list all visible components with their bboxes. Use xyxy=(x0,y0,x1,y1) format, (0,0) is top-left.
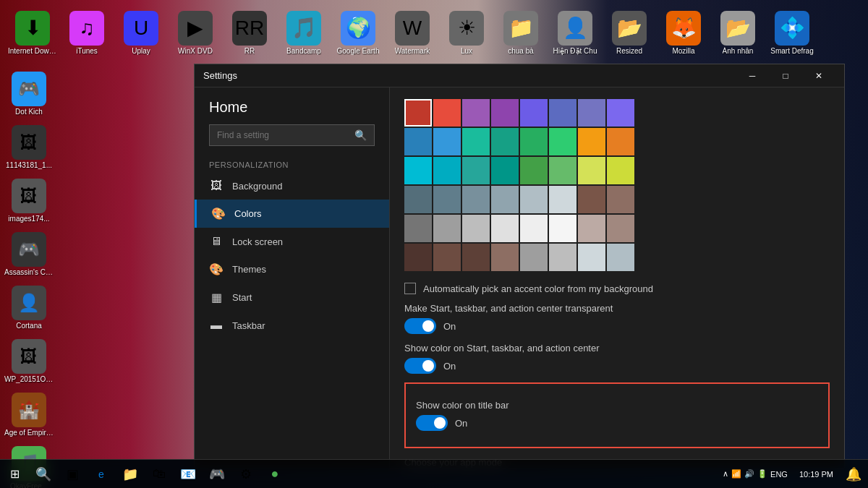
color-swatch-4-3[interactable] xyxy=(491,215,519,242)
color-swatch-5-4[interactable] xyxy=(520,244,548,271)
color-swatch-1-5[interactable] xyxy=(549,128,576,155)
show-color-taskbar-toggle[interactable] xyxy=(404,358,436,374)
desktop-icon-dot-kich[interactable]: 🎮Dot Kich xyxy=(4,69,54,119)
color-swatch-0-5[interactable] xyxy=(549,99,576,127)
search-input[interactable] xyxy=(217,130,349,140)
tray-network[interactable]: 📶 xyxy=(731,469,741,479)
sidebar-home-label[interactable]: Home xyxy=(209,99,375,116)
color-swatch-5-2[interactable] xyxy=(462,244,490,271)
desktop-icon-mozilla[interactable]: 🦊Mozilla xyxy=(658,8,709,58)
taskbar-notification[interactable]: 🔔 xyxy=(839,460,868,489)
taskbar-chrome[interactable]: ● xyxy=(260,460,289,489)
taskbar-clock[interactable]: 10:19 PM xyxy=(793,470,839,479)
color-swatch-1-7[interactable] xyxy=(607,128,634,155)
color-swatch-3-3[interactable] xyxy=(491,186,519,213)
taskbar-edge[interactable]: e xyxy=(87,460,116,489)
color-swatch-0-6[interactable] xyxy=(578,99,605,127)
color-swatch-3-2[interactable] xyxy=(462,186,490,213)
desktop-icon-anh-nhan[interactable]: 📂Ánh nhân xyxy=(712,8,763,58)
color-swatch-1-3[interactable] xyxy=(491,128,519,155)
color-swatch-5-5[interactable] xyxy=(549,244,576,271)
auto-pick-row[interactable]: Automatically pick an accent color from … xyxy=(404,283,830,294)
color-swatch-2-7[interactable] xyxy=(607,157,634,184)
search-box[interactable]: 🔍 xyxy=(209,124,375,146)
sidebar-item-colors[interactable]: 🎨 Colors xyxy=(195,200,389,228)
taskbar-search-icon[interactable]: 🔍 xyxy=(29,460,58,489)
color-swatch-4-4[interactable] xyxy=(520,215,548,242)
desktop-icon-cortana[interactable]: 👤Cortana xyxy=(4,283,54,333)
color-swatch-0-1[interactable] xyxy=(433,99,461,127)
auto-pick-checkbox[interactable] xyxy=(404,283,416,294)
tray-up-arrow[interactable]: ∧ xyxy=(723,469,728,479)
maximize-button[interactable]: □ xyxy=(769,64,802,87)
color-swatch-3-4[interactable] xyxy=(520,186,548,213)
color-swatch-5-7[interactable] xyxy=(607,244,634,271)
desktop-icon-resized[interactable]: 📂Resized xyxy=(604,8,655,58)
color-swatch-4-1[interactable] xyxy=(433,215,461,242)
color-swatch-2-6[interactable] xyxy=(578,157,605,184)
taskbar-store[interactable]: 🛍 xyxy=(145,460,174,489)
color-swatch-5-0[interactable] xyxy=(404,244,432,271)
desktop-icon-images[interactable]: 🖼images174... xyxy=(4,176,54,226)
taskbar-folder[interactable]: 📁 xyxy=(116,460,145,489)
desktop-icon-itunes[interactable]: ♫iTunes xyxy=(61,8,112,58)
desktop-icon-winx-dvd[interactable]: ▶WinX DVD xyxy=(170,8,221,58)
color-swatch-0-7[interactable] xyxy=(607,99,634,127)
color-swatch-2-3[interactable] xyxy=(491,157,519,184)
color-swatch-1-2[interactable] xyxy=(462,128,490,155)
color-swatch-3-6[interactable] xyxy=(578,186,605,213)
color-swatch-2-2[interactable] xyxy=(462,157,490,184)
color-swatch-3-0[interactable] xyxy=(404,186,432,213)
color-swatch-3-7[interactable] xyxy=(607,186,634,213)
start-button[interactable]: ⊞ xyxy=(0,460,29,489)
color-swatch-4-2[interactable] xyxy=(462,215,490,242)
taskbar-task-view[interactable]: ▣ xyxy=(58,460,87,489)
color-swatch-5-3[interactable] xyxy=(491,244,519,271)
tray-lang[interactable]: ENG xyxy=(770,470,788,479)
tray-volume[interactable]: 🔊 xyxy=(744,469,754,479)
color-swatch-1-0[interactable] xyxy=(404,128,432,155)
taskbar-cortana[interactable]: 🎮 xyxy=(203,460,231,489)
desktop-icon-internet-download[interactable]: ⬇Internet Downlo... xyxy=(7,8,58,58)
close-button[interactable]: ✕ xyxy=(802,64,835,87)
color-swatch-4-0[interactable] xyxy=(404,215,432,242)
color-swatch-5-1[interactable] xyxy=(433,244,461,271)
color-swatch-0-4[interactable] xyxy=(520,99,548,127)
color-swatch-2-1[interactable] xyxy=(433,157,461,184)
color-swatch-1-4[interactable] xyxy=(520,128,548,155)
color-swatch-4-6[interactable] xyxy=(578,215,605,242)
minimize-button[interactable]: ─ xyxy=(736,64,769,87)
desktop-icon-uplay[interactable]: UUplay xyxy=(116,8,166,58)
desktop-icon-watermark[interactable]: WWatermark xyxy=(387,8,438,58)
desktop-icon-hien-dat-chu[interactable]: 👤Hiện Đặt Chu xyxy=(550,8,600,58)
sidebar-item-themes[interactable]: 🎨 Themes xyxy=(195,255,389,283)
color-swatch-1-6[interactable] xyxy=(578,128,605,155)
desktop-icon-smart-defrag[interactable]: 💠Smart Defrag xyxy=(767,8,817,58)
sidebar-item-start[interactable]: ▦ Start xyxy=(195,283,389,312)
desktop-icon-11143[interactable]: 🖼11143181_1... xyxy=(4,122,54,172)
color-swatch-3-5[interactable] xyxy=(549,186,576,213)
color-swatch-2-4[interactable] xyxy=(520,157,548,184)
desktop-icon-bandcamp[interactable]: 🎵Bandcamp xyxy=(278,8,329,58)
sidebar-item-lock-screen[interactable]: 🖥 Lock screen xyxy=(195,228,389,255)
desktop-icon-assassins-creed[interactable]: 🎮Assassin's Creed III xyxy=(4,229,54,279)
desktop-icon-chua-ba[interactable]: 📁chua bà xyxy=(495,8,546,58)
color-swatch-5-6[interactable] xyxy=(578,244,605,271)
sidebar-item-background[interactable]: 🖼 Background xyxy=(195,172,389,200)
color-swatch-4-7[interactable] xyxy=(607,215,634,242)
color-swatch-1-1[interactable] xyxy=(433,128,461,155)
taskbar-settings[interactable]: ⚙ xyxy=(231,460,260,489)
color-swatch-2-0[interactable] xyxy=(404,157,432,184)
tray-battery[interactable]: 🔋 xyxy=(757,469,767,479)
color-swatch-0-3[interactable] xyxy=(491,99,519,127)
desktop-icon-rr[interactable]: RRRR xyxy=(224,8,275,58)
color-swatch-0-0[interactable] xyxy=(404,99,432,127)
taskbar-mail[interactable]: 📧 xyxy=(174,460,203,489)
sidebar-item-taskbar[interactable]: ▬ Taskbar xyxy=(195,312,389,339)
desktop-icon-age-of-empires[interactable]: 🏰Age of Empires II HD xyxy=(4,390,54,440)
color-swatch-4-5[interactable] xyxy=(549,215,576,242)
show-color-titlebar-toggle[interactable] xyxy=(416,415,448,431)
color-swatch-3-1[interactable] xyxy=(433,186,461,213)
transparent-toggle[interactable] xyxy=(404,318,436,334)
color-swatch-2-5[interactable] xyxy=(549,157,576,184)
